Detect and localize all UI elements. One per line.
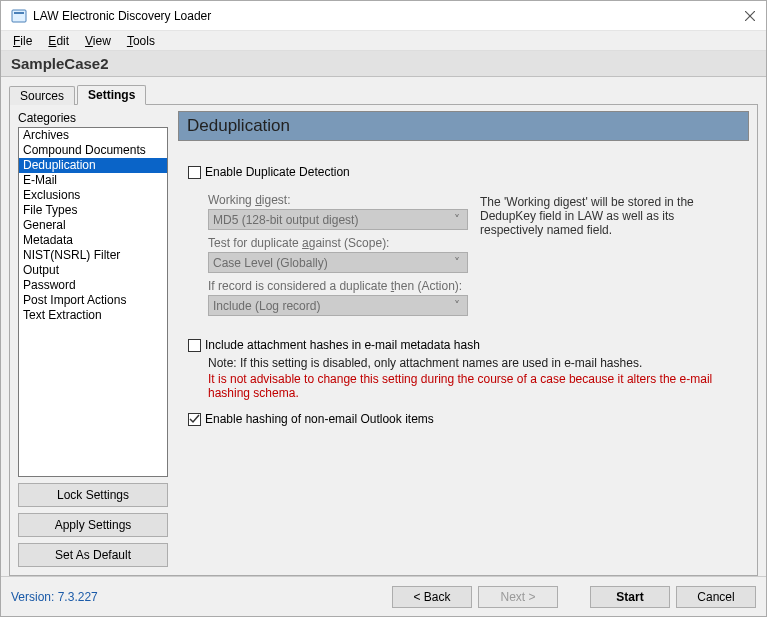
chevron-down-icon: ˅ xyxy=(449,299,465,313)
scope-label: Test for duplicate against (Scope): xyxy=(208,236,468,250)
cancel-button[interactable]: Cancel xyxy=(676,586,756,608)
content-area: Sources Settings Categories ArchivesComp… xyxy=(1,77,766,576)
version-label: Version: 7.3.227 xyxy=(11,590,98,604)
tab-settings[interactable]: Settings xyxy=(77,85,146,105)
working-digest-label: Working digest: xyxy=(208,193,468,207)
menu-view[interactable]: View xyxy=(77,32,119,50)
categories-column: Categories ArchivesCompound DocumentsDed… xyxy=(18,111,168,567)
close-icon[interactable] xyxy=(744,10,756,22)
category-item[interactable]: File Types xyxy=(19,203,167,218)
working-digest-hint: The 'Working digest' will be stored in t… xyxy=(480,181,739,316)
menu-edit[interactable]: Edit xyxy=(40,32,77,50)
start-button[interactable]: Start xyxy=(590,586,670,608)
category-item[interactable]: NIST(NSRL) Filter xyxy=(19,248,167,263)
svg-rect-0 xyxy=(12,10,26,22)
next-button: Next > xyxy=(478,586,558,608)
scope-select: Case Level (Globally) ˅ xyxy=(208,252,468,273)
apply-settings-button[interactable]: Apply Settings xyxy=(18,513,168,537)
chevron-down-icon: ˅ xyxy=(449,256,465,270)
lock-settings-button[interactable]: Lock Settings xyxy=(18,483,168,507)
category-item[interactable]: General xyxy=(19,218,167,233)
enable-duplicate-detection-row: Enable Duplicate Detection xyxy=(188,165,739,179)
category-item[interactable]: Output xyxy=(19,263,167,278)
include-attachment-label: Include attachment hashes in e-mail meta… xyxy=(205,338,480,352)
enable-hashing-label: Enable hashing of non-email Outlook item… xyxy=(205,412,434,426)
footer-bar: Version: 7.3.227 < Back Next > Start Can… xyxy=(1,576,766,616)
set-as-default-button[interactable]: Set As Default xyxy=(18,543,168,567)
menu-tools[interactable]: Tools xyxy=(119,32,163,50)
category-item[interactable]: Password xyxy=(19,278,167,293)
categories-list[interactable]: ArchivesCompound DocumentsDeduplicationE… xyxy=(18,127,168,477)
include-attachment-row: Include attachment hashes in e-mail meta… xyxy=(188,338,739,352)
category-item[interactable]: Exclusions xyxy=(19,188,167,203)
svg-rect-1 xyxy=(14,12,24,14)
app-icon xyxy=(11,8,27,24)
working-digest-select: MD5 (128-bit output digest) ˅ xyxy=(208,209,468,230)
action-select: Include (Log record) ˅ xyxy=(208,295,468,316)
window-title: LAW Electronic Discovery Loader xyxy=(33,9,211,23)
category-item[interactable]: Post Import Actions xyxy=(19,293,167,308)
category-item[interactable]: Compound Documents xyxy=(19,143,167,158)
tabs-row: Sources Settings xyxy=(9,83,758,105)
category-item[interactable]: Deduplication xyxy=(19,158,167,173)
case-name-banner: SampleCase2 xyxy=(1,51,766,77)
settings-panel: Categories ArchivesCompound DocumentsDed… xyxy=(9,104,758,576)
app-window: LAW Electronic Discovery Loader File Edi… xyxy=(0,0,767,617)
category-item[interactable]: Text Extraction xyxy=(19,308,167,323)
category-item[interactable]: Archives xyxy=(19,128,167,143)
chevron-down-icon: ˅ xyxy=(449,213,465,227)
title-bar: LAW Electronic Discovery Loader xyxy=(1,1,766,31)
enable-duplicate-detection-label: Enable Duplicate Detection xyxy=(205,165,350,179)
panel-title: Deduplication xyxy=(178,111,749,141)
enable-duplicate-detection-checkbox[interactable] xyxy=(188,166,201,179)
menu-file[interactable]: File xyxy=(5,32,40,50)
enable-hashing-checkbox[interactable] xyxy=(188,413,201,426)
menu-bar: File Edit View Tools xyxy=(1,31,766,51)
category-item[interactable]: Metadata xyxy=(19,233,167,248)
enable-hashing-row: Enable hashing of non-email Outlook item… xyxy=(188,412,739,426)
include-attachment-checkbox[interactable] xyxy=(188,339,201,352)
attachment-warning: It is not advisable to change this setti… xyxy=(208,372,739,400)
categories-label: Categories xyxy=(18,111,168,125)
action-label: If record is considered a duplicate then… xyxy=(208,279,468,293)
category-item[interactable]: E-Mail xyxy=(19,173,167,188)
attachment-note: Note: If this setting is disabled, only … xyxy=(208,356,739,370)
tab-sources[interactable]: Sources xyxy=(9,86,75,105)
back-button[interactable]: < Back xyxy=(392,586,472,608)
settings-detail: Deduplication Enable Duplicate Detection… xyxy=(178,111,749,567)
